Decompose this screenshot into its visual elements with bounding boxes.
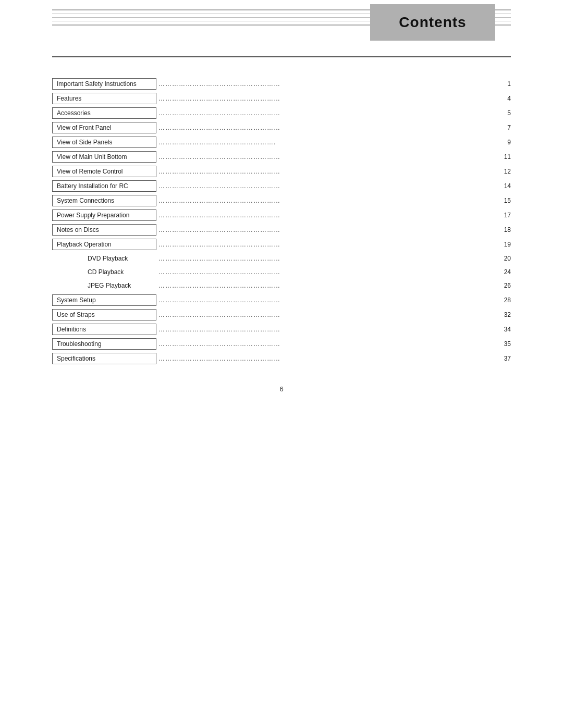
toc-dots: ………………………………………………: [156, 240, 495, 250]
toc-label-box[interactable]: View of Main Unit Bottom: [52, 151, 156, 163]
toc-dots: ………………………………………………: [156, 123, 495, 133]
toc-page: 34: [495, 326, 511, 333]
header: Contents: [0, 0, 563, 57]
toc-label-box[interactable]: Power Supply Preparation: [52, 209, 156, 221]
toc-label-box[interactable]: Troubleshooting: [52, 338, 156, 350]
toc-page: 15: [495, 197, 511, 204]
toc-entry: Notes on Discs………………………………………………18: [52, 224, 511, 236]
toc-label-box[interactable]: Specifications: [52, 353, 156, 364]
toc-page: 1: [495, 80, 511, 88]
toc-page: 32: [495, 311, 511, 318]
toc-page: 35: [495, 340, 511, 348]
toc-entry: Definitions………………………………………………34: [52, 324, 511, 335]
toc-label-box[interactable]: CD Playback: [83, 267, 156, 277]
toc-dots: ………………………………………………: [156, 354, 495, 364]
toc-label-box[interactable]: System Connections: [52, 195, 156, 206]
toc-page: 14: [495, 182, 511, 190]
toc-page: 37: [495, 355, 511, 362]
toc-label-box[interactable]: View of Remote Control: [52, 166, 156, 177]
toc-entry: Accessories………………………………………………5: [52, 107, 511, 119]
toc-entry: JPEG Playback………………………………………………26: [52, 280, 511, 291]
toc-entry: View of Main Unit Bottom……………………………………………: [52, 151, 511, 163]
toc-dots: ………………………………………………: [156, 211, 495, 220]
toc-label-box[interactable]: View of Front Panel: [52, 122, 156, 133]
toc-page: 20: [495, 255, 511, 262]
toc-label-box[interactable]: View of Side Panels: [52, 137, 156, 148]
toc-entry: Features………………………………………………4: [52, 93, 511, 104]
toc-label-box[interactable]: Important Safety Instructions: [52, 78, 156, 90]
toc-entry: Battery Installation for RC……………………………………: [52, 180, 511, 192]
toc-entry: DVD Playback………………………………………………20: [52, 253, 511, 264]
toc-dots: ………………………………………………: [156, 181, 495, 191]
toc-dots: ………………………………………………: [156, 254, 495, 264]
toc-entry: View of Remote Control…………………………………………………: [52, 166, 511, 177]
toc-entry: System Connections………………………………………………15: [52, 195, 511, 206]
contents-area: Important Safety Instructions………………………………: [0, 73, 563, 424]
toc-entry: Use of Straps………………………………………………32: [52, 309, 511, 320]
toc-dots: ………………………………………………: [156, 295, 495, 305]
toc-page: 4: [495, 95, 511, 102]
toc-page: 7: [495, 124, 511, 131]
toc-dots: ………………………………………………: [156, 152, 495, 162]
toc-label-box[interactable]: Playback Operation: [52, 239, 156, 250]
toc-label-box[interactable]: Battery Installation for RC: [52, 180, 156, 192]
toc-label-box[interactable]: DVD Playback: [83, 253, 156, 264]
toc-dots: ………………………………………………: [156, 325, 495, 335]
toc-label-box[interactable]: JPEG Playback: [83, 280, 156, 291]
toc-page: 28: [495, 297, 511, 304]
page: Contents Important Safety Instructions………: [0, 0, 563, 728]
page-number: 6: [52, 385, 511, 393]
toc-dots: ………………………………………………: [156, 281, 495, 291]
toc-page: 26: [495, 282, 511, 289]
toc-label-box[interactable]: Definitions: [52, 324, 156, 335]
toc-label-box[interactable]: Notes on Discs: [52, 224, 156, 236]
toc-entry: System Setup………………………………………………28: [52, 294, 511, 306]
toc-entry: CD Playback………………………………………………24: [52, 267, 511, 277]
toc-entry: View of Side Panels…………………………………………….9: [52, 137, 511, 148]
title-box: Contents: [370, 4, 495, 41]
toc-entry: Important Safety Instructions………………………………: [52, 78, 511, 90]
toc-entry: Playback Operation………………………………………………19: [52, 239, 511, 250]
toc-dots: ………………………………………………: [156, 310, 495, 320]
toc-entry: Power Supply Preparation……………………………………………: [52, 209, 511, 221]
toc-dots: …………………………………………….: [156, 138, 495, 147]
toc-page: 18: [495, 226, 511, 233]
toc-entry: Specifications………………………………………………37: [52, 353, 511, 364]
toc-page: 11: [495, 153, 511, 161]
toc-dots: ………………………………………………: [156, 79, 495, 89]
toc-dots: ………………………………………………: [156, 225, 495, 235]
toc-dots: ………………………………………………: [156, 108, 495, 118]
toc-label-box[interactable]: Accessories: [52, 107, 156, 119]
toc-list: Important Safety Instructions………………………………: [52, 78, 511, 364]
page-title: Contents: [399, 14, 466, 31]
toc-dots: ………………………………………………: [156, 94, 495, 104]
toc-page: 5: [495, 109, 511, 117]
toc-page: 17: [495, 212, 511, 219]
toc-page: 24: [495, 268, 511, 276]
toc-dots: ………………………………………………: [156, 167, 495, 177]
toc-page: 9: [495, 139, 511, 146]
toc-label-box[interactable]: Use of Straps: [52, 309, 156, 320]
header-bottom-line: [52, 56, 511, 57]
toc-entry: View of Front Panel………………………………………………7: [52, 122, 511, 133]
toc-page: 12: [495, 168, 511, 175]
toc-label-box[interactable]: Features: [52, 93, 156, 104]
toc-dots: ………………………………………………: [156, 339, 495, 349]
toc-label-box[interactable]: System Setup: [52, 294, 156, 306]
toc-dots: ………………………………………………: [156, 267, 495, 277]
toc-dots: ………………………………………………: [156, 196, 495, 206]
toc-entry: Troubleshooting………………………………………………35: [52, 338, 511, 350]
toc-page: 19: [495, 241, 511, 248]
